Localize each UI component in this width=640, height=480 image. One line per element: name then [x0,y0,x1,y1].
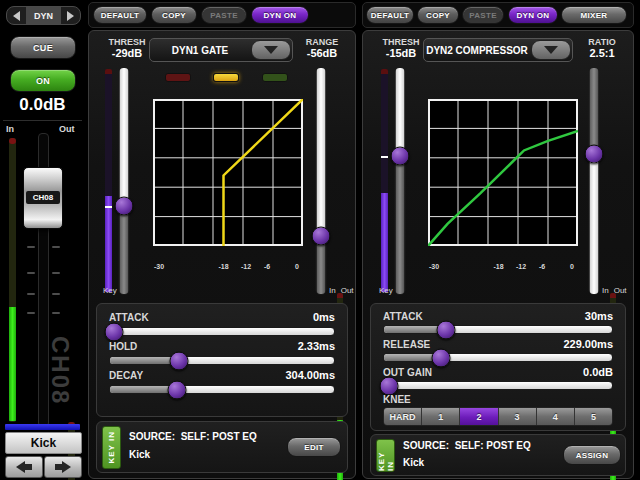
comp-paste-button[interactable]: PASTE [462,6,504,24]
gate-hold-slider[interactable] [109,356,335,365]
gate-attack-slider[interactable] [109,327,335,336]
gate-curve [224,99,304,246]
fader-tick [27,272,35,274]
comp-params-box: ATTACK 30ms RELEASE 229.00ms OUT GAIN 0.… [370,303,626,431]
comp-outgain-slider[interactable] [587,67,601,295]
comp-release-slider[interactable] [383,353,613,362]
gate-paste-button[interactable]: PASTE [201,6,247,24]
slider-handle[interactable] [436,320,455,339]
gate-keyin-box: KEY IN SOURCE: SELF: POST EQ Kick EDIT [96,421,348,473]
gate-range-label: RANGE [295,37,349,47]
cue-button[interactable]: CUE [10,36,76,59]
slider-handle[interactable] [432,348,451,367]
comp-panel: THRESH -15dB DYN2 COMPRESSOR RATIO 2.5:1 [362,30,634,479]
fader-tick [27,312,35,314]
param-label: DECAY [109,370,143,381]
clip-led [9,138,16,144]
knee-option-2[interactable]: 2 [460,408,498,425]
channel-on-button[interactable]: ON [10,69,76,92]
slider-handle[interactable] [379,376,398,395]
gate-type-value: DYN1 GATE [150,45,250,56]
key-label: Key [103,286,117,295]
fader-tick [52,246,60,248]
gate-type-dropdown[interactable]: DYN1 GATE [149,38,293,62]
page-prev-button[interactable] [7,7,26,24]
gate-range-slider[interactable] [314,67,328,295]
chevron-left-icon [13,11,20,21]
chevron-down-icon [264,46,278,54]
comp-thresh-slider[interactable] [393,67,407,295]
slider-handle[interactable] [105,322,124,341]
channel-name-label[interactable]: Kick [5,432,82,454]
gate-default-button[interactable]: DEFAULT [93,6,147,24]
knee-option-1[interactable]: 1 [422,408,460,425]
keyin-channel: Kick [129,449,150,460]
fader-tick [27,293,35,295]
param-value: 229.00ms [563,338,613,350]
gate-led-red [165,73,191,82]
dropdown-button[interactable] [251,40,291,60]
gate-thresh-slider[interactable] [117,67,131,295]
meter-in-label: In [6,124,14,134]
comp-outgain-handle[interactable] [585,144,604,163]
gate-dyn-on-button[interactable]: DYN ON [251,6,309,24]
comp-thresh-handle[interactable] [391,146,410,165]
knee-option-4[interactable]: 4 [537,408,575,425]
out-label: Out [341,286,354,295]
comp-default-button[interactable]: DEFAULT [366,6,414,24]
page-label: DYN [26,7,61,24]
channel-in-meter [9,138,16,422]
comp-transfer-graph [428,99,578,246]
param-value: 2.33ms [298,340,335,352]
dropdown-button[interactable] [531,40,571,60]
gate-transfer-graph [153,99,303,246]
comp-ratio-value: 2.5:1 [577,47,627,59]
fader-tick [52,293,60,295]
comp-keyin-assign-button[interactable]: ASSIGN [563,445,621,465]
comp-key-meter [381,69,388,293]
divider [3,120,82,121]
comp-attack-slider[interactable] [383,325,613,334]
param-value: 30ms [585,310,613,322]
prev-channel-button[interactable] [5,456,43,478]
next-channel-button[interactable] [44,456,82,478]
gate-thresh-handle[interactable] [115,197,134,216]
slider-handle[interactable] [170,351,189,370]
fader-knob[interactable]: CH08 [23,167,63,229]
comp-type-value: DYN2 COMPRESSOR [424,45,530,56]
gate-copy-button[interactable]: COPY [151,6,197,24]
mixer-button[interactable]: MIXER [561,6,627,24]
knee-option-3[interactable]: 3 [499,408,537,425]
comp-dyn-on-button[interactable]: DYN ON [508,6,558,24]
in-label: In [602,286,609,295]
page-next-button[interactable] [61,7,80,24]
gate-decay-slider[interactable] [109,385,335,394]
gr-scale: -30 -18 -12 -6 0 [153,263,303,272]
fader-tick [27,246,35,248]
channel-color-bar [5,424,80,430]
meter-out-label: Out [59,124,75,134]
param-value: 0ms [313,311,335,323]
keyin-source: SOURCE: SELF: POST EQ [129,431,257,442]
comp-thresh-value: -15dB [375,47,427,59]
fader-tick [52,312,60,314]
knee-option-5[interactable]: 5 [575,408,612,425]
threshold-tick [381,156,388,158]
gate-key-meter [105,69,112,293]
param-value: 0.0dB [583,366,613,378]
comp-copy-button[interactable]: COPY [417,6,459,24]
comp-type-dropdown[interactable]: DYN2 COMPRESSOR [423,38,573,62]
gate-range-handle[interactable] [312,226,331,245]
slider-handle[interactable] [168,380,187,399]
keyin-tab: KEY IN [376,439,395,472]
gate-toolbar: DEFAULT COPY PASTE DYN ON [88,2,356,28]
chevron-down-icon [544,46,558,54]
gate-keyin-edit-button[interactable]: EDIT [287,437,341,457]
knee-label: KNEE [383,394,411,405]
param-label: ATTACK [383,311,423,322]
key-label: Key [379,286,393,295]
comp-outgain-hslider[interactable] [383,381,613,390]
knee-option-hard[interactable]: HARD [384,408,422,425]
arrow-right-icon [62,461,71,473]
chevron-right-icon [67,11,74,21]
